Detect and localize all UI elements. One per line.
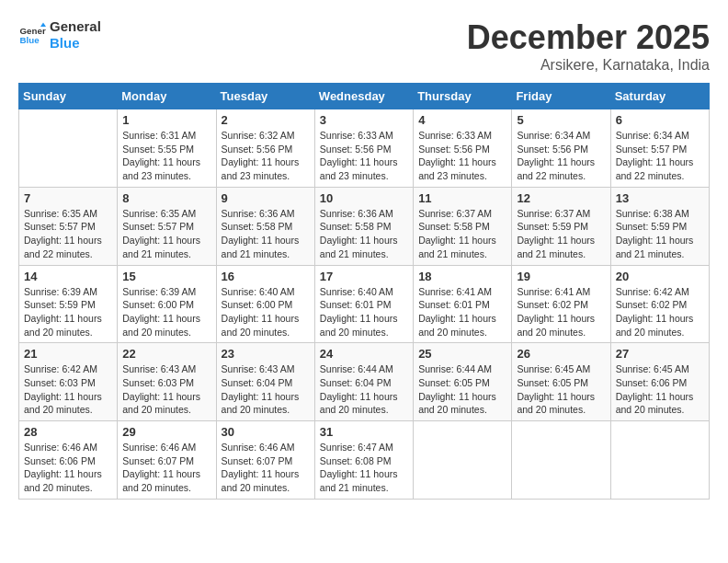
- weekday-header-thursday: Thursday: [414, 84, 512, 109]
- day-number: 19: [517, 270, 605, 283]
- calendar-cell: 28Sunrise: 6:46 AM Sunset: 6:06 PM Dayli…: [19, 421, 118, 500]
- calendar-cell: 6Sunrise: 6:34 AM Sunset: 5:57 PM Daylig…: [610, 109, 709, 188]
- weekday-header-sunday: Sunday: [19, 84, 118, 109]
- weekday-header-monday: Monday: [118, 84, 216, 109]
- day-number: 22: [122, 347, 210, 361]
- calendar-cell: 27Sunrise: 6:45 AM Sunset: 6:06 PM Dayli…: [610, 343, 709, 421]
- day-number: 4: [418, 113, 506, 127]
- day-info: Sunrise: 6:42 AM Sunset: 6:03 PM Dayligh…: [24, 362, 112, 417]
- day-number: 30: [222, 425, 310, 439]
- day-info: Sunrise: 6:36 AM Sunset: 5:58 PM Dayligh…: [222, 207, 310, 261]
- day-number: 21: [24, 347, 112, 361]
- calendar-cell: 22Sunrise: 6:43 AM Sunset: 6:03 PM Dayli…: [118, 343, 216, 421]
- calendar-cell: 16Sunrise: 6:40 AM Sunset: 6:00 PM Dayli…: [216, 265, 314, 343]
- day-info: Sunrise: 6:33 AM Sunset: 5:56 PM Dayligh…: [320, 129, 408, 183]
- weekday-header-tuesday: Tuesday: [216, 84, 314, 109]
- logo-line2: Blue: [50, 35, 101, 52]
- day-info: Sunrise: 6:39 AM Sunset: 5:59 PM Dayligh…: [24, 285, 112, 339]
- day-info: Sunrise: 6:37 AM Sunset: 5:58 PM Dayligh…: [418, 207, 506, 261]
- calendar-cell: 5Sunrise: 6:34 AM Sunset: 5:56 PM Daylig…: [512, 109, 610, 188]
- day-info: Sunrise: 6:46 AM Sunset: 6:07 PM Dayligh…: [122, 441, 210, 495]
- calendar-cell: 14Sunrise: 6:39 AM Sunset: 5:59 PM Dayli…: [19, 265, 118, 343]
- day-number: 25: [418, 347, 506, 361]
- calendar-cell: 17Sunrise: 6:40 AM Sunset: 6:01 PM Dayli…: [314, 265, 413, 343]
- day-number: 6: [616, 113, 704, 127]
- logo-icon: General Blue: [18, 21, 46, 49]
- day-info: Sunrise: 6:34 AM Sunset: 5:57 PM Dayligh…: [616, 129, 704, 183]
- weekday-header-saturday: Saturday: [610, 84, 709, 109]
- calendar-cell: 18Sunrise: 6:41 AM Sunset: 6:01 PM Dayli…: [414, 265, 512, 343]
- calendar-cell: 8Sunrise: 6:35 AM Sunset: 5:57 PM Daylig…: [118, 187, 216, 265]
- day-number: 13: [616, 191, 704, 205]
- location-subtitle: Arsikere, Karnataka, India: [467, 57, 710, 74]
- day-info: Sunrise: 6:40 AM Sunset: 6:01 PM Dayligh…: [320, 285, 408, 339]
- day-info: Sunrise: 6:42 AM Sunset: 6:02 PM Dayligh…: [616, 285, 704, 339]
- day-number: 26: [517, 347, 605, 361]
- day-number: 5: [517, 113, 605, 127]
- calendar-week-5: 28Sunrise: 6:46 AM Sunset: 6:06 PM Dayli…: [19, 421, 710, 500]
- logo-line1: General: [50, 18, 101, 35]
- calendar-week-4: 21Sunrise: 6:42 AM Sunset: 6:03 PM Dayli…: [19, 343, 710, 421]
- calendar-cell: 21Sunrise: 6:42 AM Sunset: 6:03 PM Dayli…: [19, 343, 118, 421]
- calendar-cell: [610, 421, 709, 500]
- calendar-week-1: 1Sunrise: 6:31 AM Sunset: 5:55 PM Daylig…: [19, 109, 710, 188]
- day-info: Sunrise: 6:46 AM Sunset: 6:07 PM Dayligh…: [222, 441, 310, 495]
- day-number: 18: [418, 270, 506, 283]
- calendar-cell: 20Sunrise: 6:42 AM Sunset: 6:02 PM Dayli…: [610, 265, 709, 343]
- day-info: Sunrise: 6:44 AM Sunset: 6:05 PM Dayligh…: [418, 362, 506, 417]
- day-number: 31: [320, 425, 408, 439]
- day-number: 16: [222, 270, 310, 283]
- svg-text:Blue: Blue: [20, 35, 40, 45]
- calendar-cell: 11Sunrise: 6:37 AM Sunset: 5:58 PM Dayli…: [414, 187, 512, 265]
- weekday-header-wednesday: Wednesday: [314, 84, 413, 109]
- day-number: 9: [222, 191, 310, 205]
- day-info: Sunrise: 6:43 AM Sunset: 6:03 PM Dayligh…: [122, 362, 210, 417]
- logo: General Blue General Blue: [18, 18, 101, 52]
- day-info: Sunrise: 6:31 AM Sunset: 5:55 PM Dayligh…: [122, 129, 210, 183]
- day-number: 23: [222, 347, 310, 361]
- day-info: Sunrise: 6:45 AM Sunset: 6:05 PM Dayligh…: [517, 362, 605, 417]
- calendar-cell: 15Sunrise: 6:39 AM Sunset: 6:00 PM Dayli…: [118, 265, 216, 343]
- day-info: Sunrise: 6:37 AM Sunset: 5:59 PM Dayligh…: [517, 207, 605, 261]
- day-info: Sunrise: 6:43 AM Sunset: 6:04 PM Dayligh…: [222, 362, 310, 417]
- day-number: 15: [122, 270, 210, 283]
- calendar-cell: 13Sunrise: 6:38 AM Sunset: 5:59 PM Dayli…: [610, 187, 709, 265]
- weekday-header-row: SundayMondayTuesdayWednesdayThursdayFrid…: [19, 84, 710, 109]
- calendar-cell: 26Sunrise: 6:45 AM Sunset: 6:05 PM Dayli…: [512, 343, 610, 421]
- day-number: 7: [24, 191, 112, 205]
- day-info: Sunrise: 6:39 AM Sunset: 6:00 PM Dayligh…: [122, 285, 210, 339]
- svg-text:General: General: [20, 26, 47, 36]
- day-info: Sunrise: 6:45 AM Sunset: 6:06 PM Dayligh…: [616, 362, 704, 417]
- calendar-cell: 30Sunrise: 6:46 AM Sunset: 6:07 PM Dayli…: [216, 421, 314, 500]
- day-info: Sunrise: 6:47 AM Sunset: 6:08 PM Dayligh…: [320, 441, 408, 495]
- calendar-cell: [414, 421, 512, 500]
- day-number: 11: [418, 191, 506, 205]
- page-header: General Blue General Blue December 2025 …: [18, 18, 710, 74]
- title-block: December 2025 Arsikere, Karnataka, India: [467, 18, 710, 74]
- day-number: 10: [320, 191, 408, 205]
- day-info: Sunrise: 6:46 AM Sunset: 6:06 PM Dayligh…: [24, 441, 112, 495]
- svg-marker-2: [40, 23, 46, 28]
- calendar-cell: 25Sunrise: 6:44 AM Sunset: 6:05 PM Dayli…: [414, 343, 512, 421]
- day-number: 14: [24, 270, 112, 283]
- day-info: Sunrise: 6:32 AM Sunset: 5:56 PM Dayligh…: [222, 129, 310, 183]
- calendar-week-3: 14Sunrise: 6:39 AM Sunset: 5:59 PM Dayli…: [19, 265, 710, 343]
- calendar-cell: 2Sunrise: 6:32 AM Sunset: 5:56 PM Daylig…: [216, 109, 314, 188]
- day-info: Sunrise: 6:35 AM Sunset: 5:57 PM Dayligh…: [24, 207, 112, 261]
- calendar-cell: 29Sunrise: 6:46 AM Sunset: 6:07 PM Dayli…: [118, 421, 216, 500]
- day-info: Sunrise: 6:44 AM Sunset: 6:04 PM Dayligh…: [320, 362, 408, 417]
- calendar-cell: 10Sunrise: 6:36 AM Sunset: 5:58 PM Dayli…: [314, 187, 413, 265]
- month-title: December 2025: [467, 18, 710, 57]
- calendar-cell: 19Sunrise: 6:41 AM Sunset: 6:02 PM Dayli…: [512, 265, 610, 343]
- day-info: Sunrise: 6:41 AM Sunset: 6:02 PM Dayligh…: [517, 285, 605, 339]
- day-info: Sunrise: 6:40 AM Sunset: 6:00 PM Dayligh…: [222, 285, 310, 339]
- calendar-cell: 12Sunrise: 6:37 AM Sunset: 5:59 PM Dayli…: [512, 187, 610, 265]
- calendar-cell: 7Sunrise: 6:35 AM Sunset: 5:57 PM Daylig…: [19, 187, 118, 265]
- calendar-cell: [19, 109, 118, 188]
- day-number: 12: [517, 191, 605, 205]
- day-number: 3: [320, 113, 408, 127]
- day-info: Sunrise: 6:34 AM Sunset: 5:56 PM Dayligh…: [517, 129, 605, 183]
- weekday-header-friday: Friday: [512, 84, 610, 109]
- day-number: 24: [320, 347, 408, 361]
- calendar-cell: 1Sunrise: 6:31 AM Sunset: 5:55 PM Daylig…: [118, 109, 216, 188]
